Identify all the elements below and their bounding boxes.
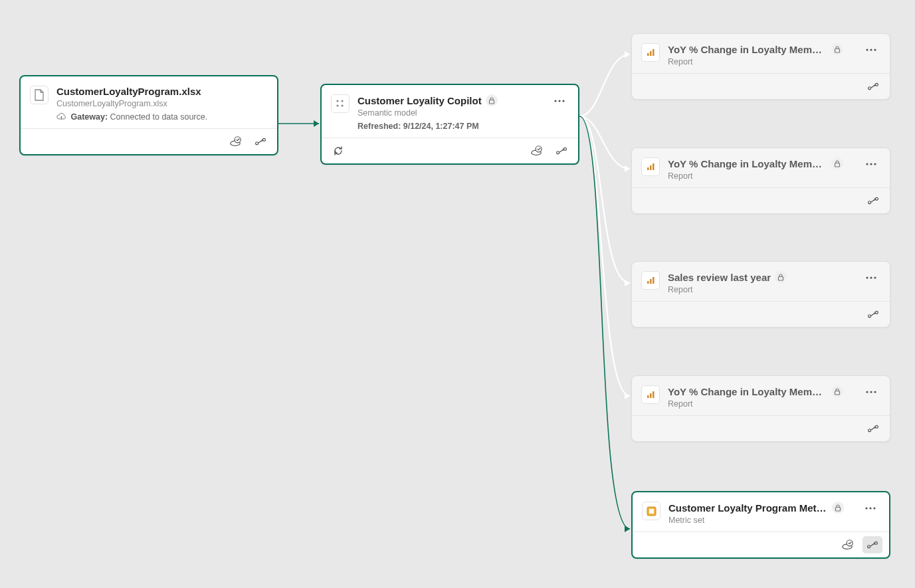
lineage-icon-button[interactable] bbox=[863, 192, 883, 209]
svg-point-27 bbox=[870, 49, 872, 50]
lock-icon bbox=[831, 385, 843, 397]
svg-point-53 bbox=[866, 391, 868, 393]
svg-point-10 bbox=[336, 100, 338, 102]
source-subtitle: CustomerLoyaltyProgram.xlsx bbox=[56, 99, 268, 108]
svg-point-21 bbox=[563, 147, 566, 150]
svg-rect-42 bbox=[653, 277, 655, 284]
svg-rect-52 bbox=[835, 391, 840, 395]
report-icon bbox=[641, 385, 660, 404]
svg-rect-43 bbox=[779, 276, 783, 280]
more-menu-button[interactable] bbox=[861, 502, 880, 515]
svg-point-62 bbox=[869, 507, 871, 509]
svg-marker-4 bbox=[625, 393, 630, 399]
more-menu-button[interactable] bbox=[550, 94, 569, 108]
svg-marker-5 bbox=[625, 526, 630, 532]
svg-point-37 bbox=[874, 163, 876, 165]
node-downstream-0[interactable]: YoY % Change in Loyalty MembersReport bbox=[631, 33, 890, 100]
svg-point-63 bbox=[873, 507, 875, 509]
node-downstream-3[interactable]: YoY % Change in Loyalty MembersReport bbox=[631, 375, 890, 442]
svg-rect-49 bbox=[647, 395, 649, 398]
svg-rect-50 bbox=[650, 393, 652, 398]
lineage-icon-button[interactable] bbox=[552, 142, 571, 159]
downstream-type: Report bbox=[668, 57, 854, 66]
lineage-icon-button[interactable] bbox=[251, 133, 270, 150]
owner-icon-button[interactable] bbox=[837, 536, 857, 553]
lock-icon bbox=[832, 502, 844, 514]
node-semantic-model[interactable]: Customer Loyality Copilot Semantic model… bbox=[320, 84, 579, 165]
refresh-button[interactable] bbox=[328, 142, 348, 159]
downstream-title: Sales review last year bbox=[668, 272, 771, 283]
svg-rect-41 bbox=[650, 279, 652, 284]
more-menu-button[interactable] bbox=[862, 385, 880, 399]
downstream-title: YoY % Change in Loyalty Members bbox=[668, 386, 827, 397]
svg-point-47 bbox=[868, 315, 871, 318]
svg-point-12 bbox=[336, 104, 338, 106]
svg-point-35 bbox=[866, 163, 868, 165]
svg-marker-0 bbox=[314, 120, 319, 127]
svg-point-9 bbox=[262, 138, 265, 141]
svg-point-19 bbox=[536, 146, 542, 152]
svg-rect-33 bbox=[653, 163, 655, 170]
node-source-file[interactable]: CustomerLoyaltyProgram.xlsx CustomerLoya… bbox=[19, 75, 278, 155]
owner-icon-button[interactable] bbox=[526, 142, 546, 159]
lineage-icon-button[interactable] bbox=[863, 306, 883, 323]
svg-point-36 bbox=[870, 163, 872, 165]
svg-point-13 bbox=[341, 104, 343, 106]
svg-point-20 bbox=[557, 151, 559, 154]
svg-point-48 bbox=[875, 311, 878, 314]
svg-rect-24 bbox=[653, 49, 655, 56]
more-menu-button[interactable] bbox=[862, 157, 880, 171]
svg-point-15 bbox=[554, 100, 556, 102]
svg-marker-2 bbox=[625, 165, 630, 172]
file-icon bbox=[30, 86, 49, 104]
lineage-icon-button[interactable] bbox=[863, 420, 883, 437]
more-menu-button[interactable] bbox=[862, 271, 880, 284]
model-title: Customer Loyality Copilot bbox=[357, 95, 482, 106]
downstream-type: Report bbox=[668, 399, 854, 409]
svg-rect-23 bbox=[650, 51, 652, 56]
svg-point-61 bbox=[865, 507, 867, 509]
node-downstream-1[interactable]: YoY % Change in Loyalty MembersReport bbox=[631, 147, 890, 214]
svg-point-7 bbox=[235, 137, 241, 143]
source-title: CustomerLoyaltyProgram.xlsx bbox=[56, 86, 201, 97]
svg-rect-40 bbox=[647, 281, 649, 284]
svg-point-11 bbox=[341, 100, 343, 102]
downstream-title: YoY % Change in Loyalty Members bbox=[668, 44, 827, 55]
downstream-title: YoY % Change in Loyalty Members bbox=[668, 158, 827, 169]
svg-point-16 bbox=[558, 100, 560, 102]
report-icon bbox=[641, 43, 660, 62]
more-menu-button[interactable] bbox=[862, 43, 880, 56]
downstream-type: Report bbox=[668, 285, 854, 294]
svg-point-56 bbox=[868, 429, 871, 432]
svg-point-67 bbox=[874, 541, 877, 544]
svg-rect-31 bbox=[647, 167, 649, 170]
node-downstream-2[interactable]: Sales review last yearReport bbox=[631, 261, 890, 328]
svg-rect-51 bbox=[653, 391, 655, 398]
lock-icon bbox=[486, 94, 498, 106]
lineage-icon-button[interactable] bbox=[863, 536, 882, 553]
lock-icon bbox=[831, 43, 843, 55]
svg-point-57 bbox=[875, 425, 878, 428]
svg-point-46 bbox=[874, 276, 876, 278]
lineage-icon-button[interactable] bbox=[863, 78, 883, 95]
svg-rect-34 bbox=[835, 163, 840, 167]
svg-rect-25 bbox=[835, 49, 840, 52]
svg-point-44 bbox=[866, 276, 868, 278]
lock-icon bbox=[831, 157, 843, 169]
svg-marker-1 bbox=[625, 51, 630, 58]
owner-icon-button[interactable] bbox=[225, 133, 245, 150]
svg-point-30 bbox=[875, 83, 878, 86]
svg-point-8 bbox=[256, 142, 258, 145]
downstream-title: Customer Loyalty Program Metri… bbox=[668, 502, 828, 514]
lock-icon bbox=[775, 271, 787, 283]
downstream-type: Metric set bbox=[668, 516, 853, 525]
svg-rect-59 bbox=[649, 509, 654, 514]
svg-rect-22 bbox=[647, 53, 649, 56]
source-gateway: Gateway: Connected to data source. bbox=[56, 112, 268, 122]
node-downstream-4[interactable]: Customer Loyalty Program Metri…Metric se… bbox=[631, 491, 890, 559]
metric-set-icon bbox=[642, 502, 661, 520]
svg-point-65 bbox=[847, 540, 853, 546]
svg-marker-3 bbox=[625, 280, 630, 286]
svg-point-45 bbox=[870, 276, 872, 278]
svg-rect-32 bbox=[650, 165, 652, 170]
